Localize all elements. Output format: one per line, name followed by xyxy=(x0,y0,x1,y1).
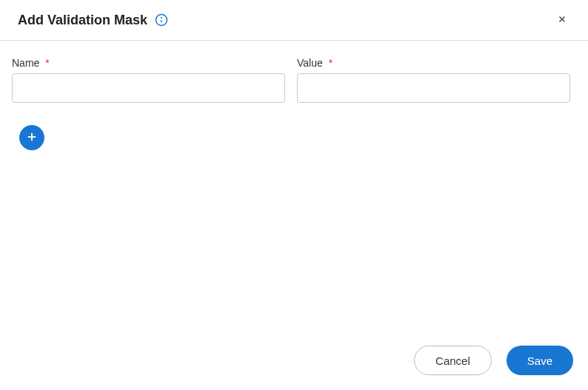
name-input[interactable] xyxy=(12,73,285,103)
dialog-header: Add Validation Mask xyxy=(0,0,588,41)
form-area: Name * Value * xyxy=(0,41,588,103)
value-field: Value * xyxy=(297,57,570,103)
info-icon[interactable] xyxy=(155,13,168,27)
add-button[interactable] xyxy=(19,125,44,150)
svg-point-2 xyxy=(161,18,162,19)
plus-icon xyxy=(25,130,39,146)
name-required-indicator: * xyxy=(45,57,49,69)
dialog-footer: Cancel Save xyxy=(414,346,573,375)
value-label: Value * xyxy=(297,57,570,69)
add-row xyxy=(0,103,588,150)
value-required-indicator: * xyxy=(329,57,333,69)
name-label: Name * xyxy=(12,57,285,69)
close-button[interactable] xyxy=(554,10,570,30)
header-left: Add Validation Mask xyxy=(18,13,168,28)
dialog-title: Add Validation Mask xyxy=(18,13,147,28)
close-icon xyxy=(557,13,567,27)
value-label-text: Value xyxy=(297,57,323,69)
cancel-button[interactable]: Cancel xyxy=(414,346,492,375)
name-field: Name * xyxy=(12,57,285,103)
value-input[interactable] xyxy=(297,73,570,103)
name-label-text: Name xyxy=(12,57,39,69)
save-button[interactable]: Save xyxy=(507,346,573,375)
